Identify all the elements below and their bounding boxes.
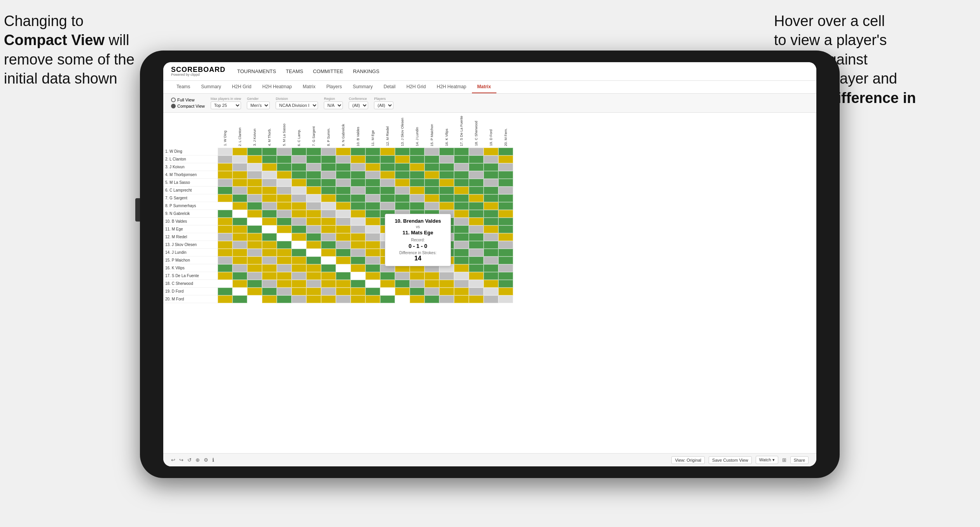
filter-max-players-select[interactable]: Top 25 (211, 101, 241, 109)
grid-cell-8-16[interactable] (439, 202, 454, 210)
grid-cell-17-11[interactable] (365, 272, 380, 280)
grid-cell-12-19[interactable] (484, 233, 498, 241)
grid-cell-12-18[interactable] (469, 233, 484, 241)
grid-cell-4-9[interactable] (336, 171, 351, 179)
tab-detail[interactable]: Detail (378, 81, 401, 93)
grid-cell-8-13[interactable] (395, 202, 410, 210)
grid-cell-12-3[interactable] (247, 233, 262, 241)
grid-cell-7-5[interactable] (277, 194, 292, 202)
grid-cell-16-2[interactable] (232, 264, 247, 272)
grid-cell-7-2[interactable] (232, 194, 247, 202)
grid-cell-4-16[interactable] (439, 171, 454, 179)
grid-cell-6-15[interactable] (424, 187, 439, 194)
grid-cell-13-4[interactable] (262, 241, 277, 249)
grid-cell-1-8[interactable] (321, 148, 336, 155)
grid-cell-1-18[interactable] (469, 148, 484, 155)
grid-cell-10-8[interactable] (321, 218, 336, 225)
grid-cell-16-3[interactable] (247, 264, 262, 272)
grid-cell-1-9[interactable] (336, 148, 351, 155)
grid-cell-13-17[interactable] (454, 241, 469, 249)
grid-cell-19-17[interactable] (454, 288, 469, 295)
grid-cell-13-2[interactable] (232, 241, 247, 249)
filter-gender-select[interactable]: Men's (247, 101, 270, 109)
grid-cell-14-17[interactable] (454, 249, 469, 257)
grid-cell-2-7[interactable] (306, 155, 321, 163)
grid-cell-15-5[interactable] (277, 257, 292, 264)
grid-cell-6-18[interactable] (469, 187, 484, 194)
watch-btn[interactable]: Watch ▾ (756, 456, 778, 464)
grid-cell-13-11[interactable] (365, 241, 380, 249)
grid-cell-17-3[interactable] (247, 272, 262, 280)
grid-cell-8-8[interactable] (321, 202, 336, 210)
grid-cell-10-7[interactable] (306, 218, 321, 225)
grid-cell-7-19[interactable] (484, 194, 498, 202)
grid-cell-19-1[interactable] (218, 288, 232, 295)
grid-cell-18-17[interactable] (454, 280, 469, 288)
grid-cell-2-19[interactable] (484, 155, 498, 163)
grid-cell-1-10[interactable] (351, 148, 365, 155)
grid-cell-20-18[interactable] (469, 295, 484, 303)
grid-cell-10-11[interactable] (365, 218, 380, 225)
grid-cell-9-19[interactable] (484, 210, 498, 218)
grid-cell-18-19[interactable] (484, 280, 498, 288)
grid-cell-12-20[interactable] (498, 233, 513, 241)
grid-cell-4-8[interactable] (321, 171, 336, 179)
grid-cell-6-14[interactable] (410, 187, 424, 194)
info-icon[interactable]: ℹ (212, 457, 214, 463)
grid-cell-6-3[interactable] (247, 187, 262, 194)
grid-cell-12-7[interactable] (306, 233, 321, 241)
grid-cell-13-10[interactable] (351, 241, 365, 249)
grid-cell-18-3[interactable] (247, 280, 262, 288)
grid-cell-5-1[interactable] (218, 179, 232, 187)
grid-cell-14-6[interactable] (292, 249, 306, 257)
grid-cell-7-13[interactable] (395, 194, 410, 202)
grid-cell-7-17[interactable] (454, 194, 469, 202)
zoom-icon[interactable]: ⊕ (196, 457, 200, 463)
grid-cell-18-15[interactable] (424, 280, 439, 288)
grid-cell-18-12[interactable] (380, 280, 395, 288)
grid-cell-12-6[interactable] (292, 233, 306, 241)
grid-cell-18-20[interactable] (498, 280, 513, 288)
grid-cell-5-3[interactable] (247, 179, 262, 187)
grid-cell-13-1[interactable] (218, 241, 232, 249)
grid-cell-11-11[interactable] (365, 225, 380, 233)
grid-cell-8-5[interactable] (277, 202, 292, 210)
grid-cell-18-14[interactable] (410, 280, 424, 288)
grid-cell-18-8[interactable] (321, 280, 336, 288)
grid-cell-5-14[interactable] (410, 179, 424, 187)
grid-cell-10-6[interactable] (292, 218, 306, 225)
grid-cell-13-7[interactable] (306, 241, 321, 249)
grid-cell-10-2[interactable] (232, 218, 247, 225)
grid-cell-1-20[interactable] (498, 148, 513, 155)
grid-cell-3-9[interactable] (336, 163, 351, 171)
grid-cell-4-2[interactable] (232, 171, 247, 179)
grid-cell-6-1[interactable] (218, 187, 232, 194)
grid-cell-5-8[interactable] (321, 179, 336, 187)
grid-cell-3-6[interactable] (292, 163, 306, 171)
grid-cell-14-1[interactable] (218, 249, 232, 257)
grid-cell-4-20[interactable] (498, 171, 513, 179)
grid-cell-18-13[interactable] (395, 280, 410, 288)
grid-cell-12-9[interactable] (336, 233, 351, 241)
grid-cell-17-2[interactable] (232, 272, 247, 280)
tab-summary1[interactable]: Summary (196, 81, 226, 93)
grid-cell-9-2[interactable] (232, 210, 247, 218)
grid-cell-17-4[interactable] (262, 272, 277, 280)
grid-cell-7-9[interactable] (336, 194, 351, 202)
grid-cell-17-12[interactable] (380, 272, 395, 280)
grid-cell-13-9[interactable] (336, 241, 351, 249)
grid-cell-5-2[interactable] (232, 179, 247, 187)
grid-cell-4-4[interactable] (262, 171, 277, 179)
grid-cell-13-6[interactable] (292, 241, 306, 249)
grid-cell-13-8[interactable] (321, 241, 336, 249)
grid-cell-20-15[interactable] (424, 295, 439, 303)
grid-cell-17-10[interactable] (351, 272, 365, 280)
grid-cell-1-16[interactable] (439, 148, 454, 155)
grid-cell-9-10[interactable] (351, 210, 365, 218)
grid-cell-19-6[interactable] (292, 288, 306, 295)
grid-cell-19-20[interactable] (498, 288, 513, 295)
grid-cell-10-5[interactable] (277, 218, 292, 225)
grid-cell-19-19[interactable] (484, 288, 498, 295)
grid-cell-8-10[interactable] (351, 202, 365, 210)
grid-cell-8-9[interactable] (336, 202, 351, 210)
